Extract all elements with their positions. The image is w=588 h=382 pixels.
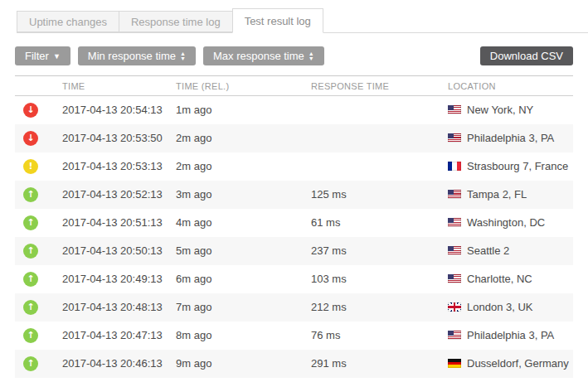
cell-time: 2017-04-13 20:53:50 xyxy=(62,124,176,152)
caret-down-icon: ▼ xyxy=(53,53,61,60)
tab-response-time-log[interactable]: Response time log xyxy=(119,11,233,32)
status-up-icon: ↑ xyxy=(23,215,38,230)
location-label: Tampa 2, FL xyxy=(467,188,527,201)
location-label: Charlotte, NC xyxy=(467,273,532,285)
cell-time-relative: 7m ago xyxy=(176,293,311,322)
cell-time: 2017-04-13 20:50:13 xyxy=(62,237,176,265)
status-down-icon: ↓ xyxy=(23,131,38,146)
status-up-icon: ↑ xyxy=(23,244,38,259)
table-row: ↑ 2017-04-13 20:52:13 3m ago 125 ms Tamp… xyxy=(15,181,573,209)
flag-us-icon xyxy=(448,218,461,227)
filter-button[interactable]: Filter ▼ xyxy=(15,46,70,65)
tab-uptime-changes[interactable]: Uptime changes xyxy=(17,11,119,32)
cell-location: Charlotte, NC xyxy=(448,265,573,293)
cell-response-time xyxy=(311,124,448,152)
cell-time: 2017-04-13 20:49:13 xyxy=(62,265,176,293)
cell-time-relative: 3m ago xyxy=(176,181,311,209)
status-up-icon: ↑ xyxy=(23,300,38,315)
tab-test-result-log[interactable]: Test result log xyxy=(232,8,323,33)
flag-de-icon xyxy=(448,359,461,368)
status-up-icon: ↑ xyxy=(23,328,38,343)
sort-arrows-icon: ▲▼ xyxy=(180,51,186,61)
table-row: ↑ 2017-04-13 20:48:13 7m ago 212 ms Lond… xyxy=(15,293,573,322)
flag-us-icon xyxy=(448,133,461,143)
cell-status: ↑ xyxy=(15,322,62,350)
tab-bar: Uptime changes Response time log Test re… xyxy=(17,8,588,33)
header-status xyxy=(15,76,62,96)
table-row: ↑ 2017-04-13 20:47:13 8m ago 76 ms Phila… xyxy=(15,322,573,350)
table-row: ↓ 2017-04-13 20:54:13 1m ago New York, N… xyxy=(15,96,573,124)
table-body: ↓ 2017-04-13 20:54:13 1m ago New York, N… xyxy=(15,96,573,378)
cell-response-time: 125 ms xyxy=(311,181,448,209)
cell-time-relative: 2m ago xyxy=(176,152,311,181)
cell-location: Tampa 2, FL xyxy=(448,181,573,209)
cell-location: Washington, DC xyxy=(448,209,573,237)
flag-us-icon xyxy=(448,190,461,199)
location-label: Seattle 2 xyxy=(467,244,509,257)
flag-us-icon xyxy=(448,246,461,255)
cell-status: ↓ xyxy=(15,96,62,124)
cell-status: ↑ xyxy=(15,350,62,378)
header-response-time: RESPONSE TIME xyxy=(311,76,448,96)
status-up-icon: ↑ xyxy=(23,356,38,371)
sort-arrows-icon: ▲▼ xyxy=(309,51,314,61)
location-label: Dusseldorf, Germany xyxy=(467,357,569,370)
cell-location: London 3, UK xyxy=(448,293,573,322)
max-response-time-sort-button[interactable]: Max response time ▲▼ xyxy=(203,46,324,65)
toolbar-filter-group: Filter ▼ Min response time ▲▼ Max respon… xyxy=(15,46,324,65)
min-response-time-sort-button[interactable]: Min response time ▲▼ xyxy=(78,46,196,65)
cell-time: 2017-04-13 20:51:13 xyxy=(62,209,176,237)
header-time: TIME xyxy=(62,76,176,96)
download-csv-button[interactable]: Download CSV xyxy=(480,46,573,65)
cell-time: 2017-04-13 20:52:13 xyxy=(62,181,176,209)
table-row: ↑ 2017-04-13 20:49:13 6m ago 103 ms Char… xyxy=(15,265,573,293)
cell-response-time xyxy=(311,96,448,124)
cell-time: 2017-04-13 20:54:13 xyxy=(62,96,176,124)
cell-time-relative: 6m ago xyxy=(176,265,311,293)
cell-location: Seattle 2 xyxy=(448,237,573,265)
header-location: LOCATION xyxy=(448,76,573,96)
cell-time-relative: 2m ago xyxy=(176,124,311,152)
toolbar: Filter ▼ Min response time ▲▼ Max respon… xyxy=(15,46,573,65)
table-header-row: TIME TIME (REL.) RESPONSE TIME LOCATION xyxy=(15,76,573,96)
location-label: Philadelphia 3, PA xyxy=(467,329,554,341)
flag-fr-icon xyxy=(448,162,461,171)
location-label: New York, NY xyxy=(467,104,533,116)
status-down-icon: ↓ xyxy=(23,103,38,118)
cell-response-time xyxy=(311,152,448,181)
table-row: ! 2017-04-13 20:53:13 2m ago Strasbourg … xyxy=(15,152,573,181)
cell-status: ↓ xyxy=(15,124,62,152)
cell-status: ↑ xyxy=(15,237,62,265)
table-row: ↓ 2017-04-13 20:53:50 2m ago Philadelphi… xyxy=(15,124,573,152)
table-row: ↑ 2017-04-13 20:46:13 9m ago 291 ms Duss… xyxy=(15,350,573,378)
cell-time-relative: 5m ago xyxy=(176,237,311,265)
location-label: Philadelphia 3, PA xyxy=(467,132,554,144)
location-label: London 3, UK xyxy=(467,301,533,313)
cell-status: ↑ xyxy=(15,181,62,209)
status-up-icon: ↑ xyxy=(23,187,38,202)
flag-us-icon xyxy=(448,105,461,114)
cell-status: ! xyxy=(15,152,62,181)
max-sort-label: Max response time xyxy=(213,51,304,61)
cell-response-time: 103 ms xyxy=(311,265,448,293)
cell-status: ↑ xyxy=(15,265,62,293)
location-label: Strasbourg 7, France xyxy=(467,160,568,172)
table-row: ↑ 2017-04-13 20:50:13 5m ago 237 ms Seat… xyxy=(15,237,573,265)
cell-time: 2017-04-13 20:53:13 xyxy=(62,152,176,181)
test-result-table: TIME TIME (REL.) RESPONSE TIME LOCATION … xyxy=(15,75,573,378)
cell-location: Strasbourg 7, France xyxy=(448,152,573,181)
header-time-relative: TIME (REL.) xyxy=(176,76,311,96)
cell-response-time: 76 ms xyxy=(311,322,448,350)
cell-location: Dusseldorf, Germany xyxy=(448,350,573,378)
location-label: Washington, DC xyxy=(467,216,545,229)
cell-time-relative: 4m ago xyxy=(176,209,311,237)
cell-location: Philadelphia 3, PA xyxy=(448,322,573,350)
cell-response-time: 61 ms xyxy=(311,209,448,237)
table-row: ↑ 2017-04-13 20:51:13 4m ago 61 ms Washi… xyxy=(15,209,573,237)
flag-uk-icon xyxy=(448,302,461,312)
status-warning-icon: ! xyxy=(23,159,38,174)
cell-time-relative: 1m ago xyxy=(176,96,311,124)
flag-us-icon xyxy=(448,274,461,283)
cell-status: ↑ xyxy=(15,209,62,237)
status-up-icon: ↑ xyxy=(23,272,38,287)
